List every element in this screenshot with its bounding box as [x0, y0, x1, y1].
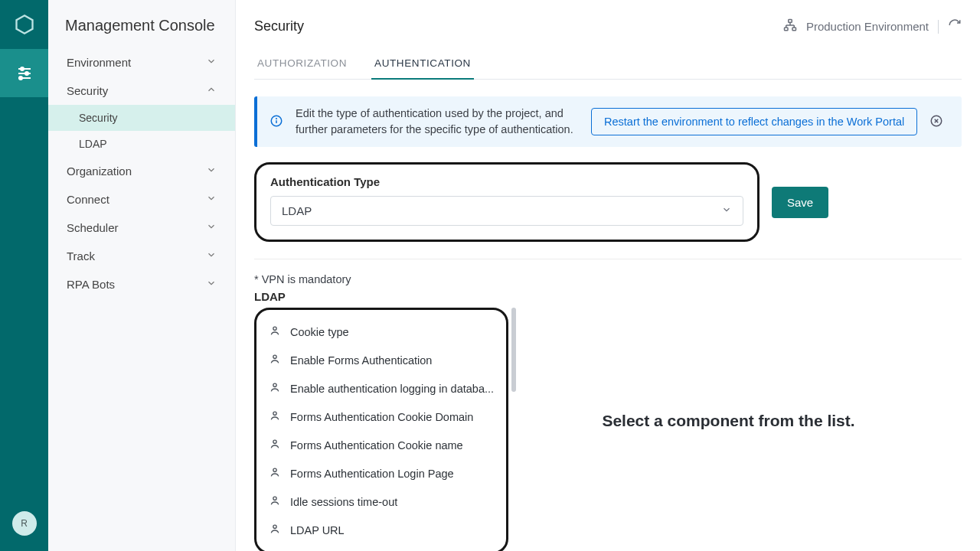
tabs: AUTHORIZATION AUTHENTICATION — [254, 50, 962, 80]
mandatory-note: * VPN is mandatory — [254, 273, 962, 285]
person-icon — [269, 523, 281, 537]
person-icon — [269, 381, 281, 396]
chevron-down-icon — [206, 221, 217, 234]
sidebar: Management Console Environment Security … — [48, 0, 236, 551]
environment-label: Production Environment — [806, 20, 929, 33]
sitemap-icon — [783, 18, 797, 34]
close-icon — [929, 114, 943, 128]
restart-environment-button[interactable]: Restart the environment to reflect chang… — [591, 108, 917, 135]
sidebar-subnav-security: Security LDAP — [48, 105, 235, 157]
sidebar-title: Management Console — [48, 0, 235, 48]
sidebar-item-connect[interactable]: Connect — [48, 185, 235, 214]
component-list-panel: Cookie type Enable Forms Authentication … — [254, 308, 508, 551]
component-item[interactable]: Forms Authentication Cookie Domain — [256, 403, 506, 431]
sidebar-item-label: Track — [67, 249, 95, 262]
divider — [938, 20, 939, 34]
svg-point-21 — [273, 355, 276, 358]
rail-nav: R — [0, 0, 48, 551]
auth-type-value: LDAP — [282, 204, 312, 217]
tab-authorization[interactable]: AUTHORIZATION — [254, 50, 350, 79]
sidebar-item-track[interactable]: Track — [48, 242, 235, 270]
refresh-button[interactable] — [948, 18, 962, 34]
svg-point-20 — [273, 327, 276, 330]
component-label: Cookie type — [290, 326, 349, 338]
rail-settings[interactable] — [0, 49, 48, 97]
person-icon — [269, 324, 281, 339]
chevron-down-icon — [206, 56, 217, 69]
person-icon — [269, 494, 281, 509]
sidebar-item-label: Environment — [67, 56, 131, 69]
chevron-down-icon — [721, 204, 732, 217]
component-label: Enable Forms Authentication — [290, 354, 432, 367]
banner-text: Edit the type of authentication used by … — [296, 106, 579, 138]
person-icon — [269, 438, 281, 452]
chevron-down-icon — [206, 193, 217, 206]
svg-rect-8 — [784, 28, 788, 31]
chevron-up-icon — [206, 84, 217, 97]
sidebar-subitem-security[interactable]: Security — [48, 105, 235, 131]
user-avatar[interactable]: R — [12, 511, 37, 536]
sidebar-item-security[interactable]: Security — [48, 77, 235, 105]
info-icon — [270, 114, 283, 130]
tab-authentication[interactable]: AUTHENTICATION — [371, 50, 474, 80]
auth-type-label: Authentication Type — [270, 175, 743, 188]
sidebar-item-rpa-bots[interactable]: RPA Bots — [48, 270, 235, 298]
component-item[interactable]: Enable authentication logging in databa.… — [256, 374, 506, 403]
component-item[interactable]: Idle sessions time-out — [256, 487, 506, 516]
component-item[interactable]: Cookie type — [256, 318, 506, 346]
component-label: Idle sessions time-out — [290, 496, 397, 508]
sidebar-item-label: Connect — [67, 193, 109, 206]
page-title: Security — [254, 18, 304, 34]
chevron-down-icon — [206, 165, 217, 178]
environment-switcher[interactable]: Production Environment — [783, 18, 962, 34]
sidebar-subitem-ldap[interactable]: LDAP — [48, 131, 235, 157]
component-item[interactable]: Forms Authentication Cookie name — [256, 431, 506, 459]
svg-point-25 — [273, 468, 276, 471]
svg-rect-9 — [792, 28, 796, 31]
svg-rect-7 — [789, 20, 792, 23]
authentication-type-panel: Authentication Type LDAP — [254, 162, 760, 242]
person-icon — [269, 466, 281, 481]
sidebar-item-label: Security — [67, 84, 108, 97]
info-banner: Edit the type of authentication used by … — [254, 96, 962, 147]
svg-point-27 — [273, 525, 276, 528]
banner-close-button[interactable] — [929, 114, 943, 130]
sidebar-item-label: RPA Bots — [67, 278, 115, 291]
svg-point-16 — [276, 118, 277, 119]
sidebar-item-scheduler[interactable]: Scheduler — [48, 214, 235, 242]
component-item[interactable]: LDAP URL — [256, 516, 506, 544]
divider — [254, 259, 962, 259]
component-list-title: LDAP — [254, 290, 495, 303]
component-item[interactable]: Enable Forms Authentication — [256, 346, 506, 374]
svg-point-23 — [273, 412, 276, 415]
sliders-icon — [15, 64, 34, 83]
svg-point-22 — [273, 383, 276, 386]
svg-marker-0 — [16, 15, 32, 33]
brand-logo[interactable] — [0, 0, 48, 49]
auth-type-select[interactable]: LDAP — [270, 196, 743, 226]
component-label: Enable authentication logging in databa.… — [290, 383, 494, 395]
component-label: LDAP URL — [290, 524, 345, 536]
chevron-down-icon — [206, 249, 217, 262]
main-content: Security Production Environment AUTHORIZ… — [236, 0, 980, 551]
sidebar-item-environment[interactable]: Environment — [48, 48, 235, 77]
svg-point-26 — [273, 497, 276, 500]
person-icon — [269, 353, 281, 367]
sidebar-item-organization[interactable]: Organization — [48, 157, 235, 185]
detail-placeholder: Select a component from the list. — [602, 412, 854, 430]
component-label: Forms Authentication Login Page — [290, 468, 454, 480]
detail-pane: Select a component from the list. — [495, 290, 962, 551]
component-label: Forms Authentication Cookie Domain — [290, 411, 473, 423]
person-icon — [269, 409, 281, 424]
sidebar-item-label: Organization — [67, 165, 132, 178]
chevron-down-icon — [206, 278, 217, 291]
component-item[interactable]: Forms Authentication Login Page — [256, 459, 506, 487]
svg-point-24 — [273, 440, 276, 443]
save-button[interactable]: Save — [772, 187, 828, 218]
component-label: Forms Authentication Cookie name — [290, 439, 463, 452]
hexagon-icon — [14, 14, 35, 35]
sidebar-item-label: Scheduler — [67, 221, 119, 234]
